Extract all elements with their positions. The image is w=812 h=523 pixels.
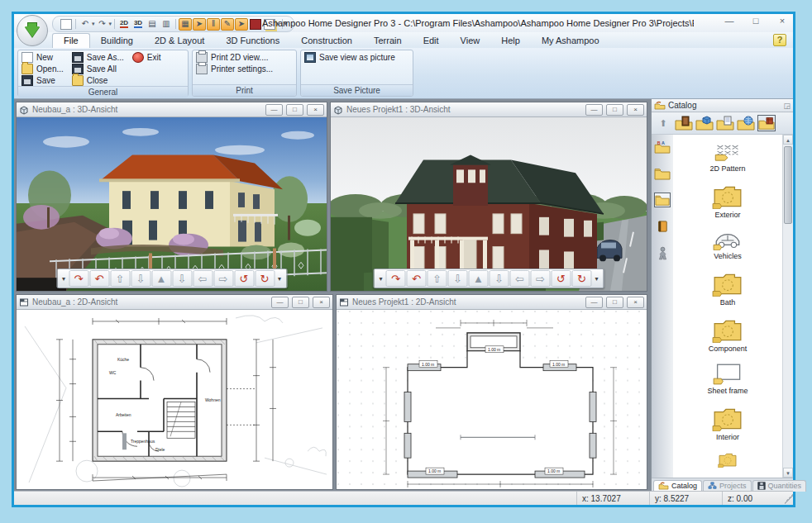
scroll-thumb[interactable]: [784, 146, 792, 224]
tab-help[interactable]: Help: [490, 34, 531, 48]
orbit-left-icon[interactable]: ↺: [552, 270, 571, 287]
nav-dropdown-icon[interactable]: ▾: [377, 271, 385, 286]
scroll-up-icon[interactable]: ▴: [783, 135, 793, 145]
category-person-icon[interactable]: [654, 245, 671, 260]
undo-dropdown-icon[interactable]: ▾: [92, 21, 95, 27]
minimize-button[interactable]: —: [271, 297, 289, 308]
tab-catalog[interactable]: Catalog: [653, 480, 702, 492]
save-view-as-picture-button[interactable]: Save view as picture: [304, 52, 395, 63]
maximize-button[interactable]: □: [286, 104, 303, 116]
catalog-components-icon[interactable]: [757, 115, 776, 131]
catalog-up-icon[interactable]: ⬆: [654, 115, 672, 131]
list-item-partial[interactable]: [712, 451, 743, 468]
minimize-button[interactable]: —: [265, 104, 283, 116]
orbit-right-icon[interactable]: ↻: [255, 270, 275, 287]
move-forward-icon[interactable]: ▲: [151, 270, 171, 287]
child-titlebar[interactable]: Neues Projekt1 : 3D-Ansicht — □ ×: [331, 102, 647, 117]
rotate-right-icon[interactable]: ↷: [386, 270, 406, 287]
viewport-3d[interactable]: ▾ ↷ ↶ ⇧ ⇩ ▲ ⇩ ⇦ ⇨ ↺ ↻ ▾: [331, 117, 647, 291]
rotate-left-icon[interactable]: ↶: [407, 270, 427, 287]
panel-options-icon[interactable]: ◲: [783, 102, 791, 110]
list-item-exterior[interactable]: Exterior: [712, 183, 743, 219]
print-2d-view-button[interactable]: Print 2D view....: [196, 52, 273, 63]
move-left-icon[interactable]: ⇦: [510, 270, 530, 287]
tab-terrain[interactable]: Terrain: [363, 34, 413, 48]
mdi-window-neubau-3d[interactable]: Neubau_a : 3D-Ansicht — □ ×: [16, 102, 327, 292]
orbit-left-icon[interactable]: ↺: [234, 270, 254, 287]
tab-quantities[interactable]: Quantities: [752, 480, 807, 492]
catalog-files-icon[interactable]: [716, 115, 734, 131]
child-titlebar[interactable]: Neubau_a : 3D-Ansicht — □ ×: [17, 102, 327, 117]
catalog-scrollbar[interactable]: ▴ ▾: [782, 135, 793, 478]
move-right-icon[interactable]: ⇨: [531, 270, 551, 287]
new-document-icon[interactable]: [60, 18, 73, 31]
orbit-right-icon[interactable]: ↻: [572, 270, 592, 287]
category-folder-selected-icon[interactable]: [654, 193, 671, 207]
tab-my-ashampoo[interactable]: My Ashampoo: [531, 34, 610, 48]
pointer-tool-icon[interactable]: ➤: [235, 18, 248, 31]
material-icon[interactable]: [249, 18, 262, 31]
close-button[interactable]: ×: [313, 297, 330, 308]
tab-file[interactable]: File: [52, 33, 90, 48]
minimize-button[interactable]: —: [585, 297, 603, 308]
nav-dropdown2-icon[interactable]: ▾: [593, 271, 601, 286]
printer-settings-button[interactable]: Printer settings...: [196, 64, 273, 74]
redo-icon[interactable]: ↷: [96, 18, 109, 31]
tab-projects[interactable]: Projects: [703, 480, 752, 492]
viewport-3d[interactable]: ▾ ↷ ↶ ⇧ ⇩ ▲ ⇩ ⇦ ⇨ ↺ ↻ ▾: [17, 117, 327, 291]
maximize-button[interactable]: □: [748, 16, 763, 26]
save-button[interactable]: Save: [21, 75, 64, 86]
edit-tool-icon[interactable]: ✎: [221, 18, 234, 31]
catalog-doors-icon[interactable]: [675, 115, 693, 131]
category-ba-folder-icon[interactable]: [654, 140, 671, 155]
close-button-ribbon[interactable]: Close: [72, 75, 124, 86]
catalog-header[interactable]: Catalog ◲: [652, 99, 793, 112]
mdi-window-projekt1-3d[interactable]: Neues Projekt1 : 3D-Ansicht — □ ×: [330, 102, 647, 292]
list-item-bath[interactable]: Bath: [712, 270, 743, 307]
texture-tool-icon[interactable]: ▦: [179, 18, 192, 31]
minimize-button[interactable]: —: [722, 16, 737, 26]
category-book-icon[interactable]: [654, 219, 671, 234]
move-back-icon[interactable]: ⇩: [172, 270, 192, 287]
move-down-icon[interactable]: ⇩: [131, 270, 150, 287]
close-button[interactable]: ×: [627, 297, 644, 308]
child-titlebar[interactable]: Neues Projekt1 : 2D-Ansicht — □ ×: [337, 295, 647, 310]
select-spray-tool-icon[interactable]: ➤: [193, 18, 206, 31]
nav-dropdown-icon[interactable]: ▾: [60, 271, 68, 286]
redo-dropdown-icon[interactable]: ▾: [109, 21, 112, 27]
view-2d-icon[interactable]: 2D: [117, 18, 131, 31]
category-folder-icon[interactable]: [654, 166, 671, 181]
catalog-objects-icon[interactable]: [695, 115, 714, 131]
move-back-icon[interactable]: ⇩: [490, 270, 509, 287]
nav-dropdown2-icon[interactable]: ▾: [275, 271, 284, 286]
resize-grip[interactable]: [785, 492, 793, 505]
mdi-window-projekt1-2d[interactable]: Neues Projekt1 : 2D-Ansicht — □ ×: [336, 294, 647, 490]
tab-building[interactable]: Building: [90, 34, 144, 48]
exit-button[interactable]: Exit: [132, 52, 161, 63]
maximize-button[interactable]: □: [606, 297, 623, 308]
column-tool-icon[interactable]: ‖: [207, 18, 220, 31]
save-all-button[interactable]: Save All: [72, 64, 124, 74]
close-button[interactable]: ×: [307, 104, 324, 116]
open-button[interactable]: Open...: [21, 64, 64, 74]
move-left-icon[interactable]: ⇦: [193, 270, 213, 287]
maximize-button[interactable]: □: [292, 297, 309, 308]
tab-edit[interactable]: Edit: [413, 34, 450, 48]
move-down-icon[interactable]: ⇩: [448, 270, 468, 287]
view-3d-icon[interactable]: 3D: [131, 18, 145, 31]
move-right-icon[interactable]: ⇨: [213, 270, 233, 287]
tab-view[interactable]: View: [450, 34, 491, 48]
move-up-icon[interactable]: ⇧: [427, 270, 447, 287]
maximize-button[interactable]: □: [606, 104, 623, 116]
mdi-window-neubau-2d[interactable]: Neubau_a : 2D-Ansicht — □ ×: [16, 294, 333, 490]
close-button[interactable]: ×: [627, 104, 644, 116]
application-menu-button[interactable]: [17, 15, 48, 46]
rotate-right-icon[interactable]: ↷: [69, 270, 88, 287]
list-item-sheet-frame[interactable]: Sheet frame: [707, 363, 748, 395]
list-item-component[interactable]: Component: [709, 316, 748, 353]
close-button[interactable]: ×: [775, 16, 790, 26]
catalog-web-icon[interactable]: [737, 115, 755, 131]
minimize-button[interactable]: —: [585, 104, 603, 116]
help-icon[interactable]: ?: [773, 34, 786, 46]
tab-construction[interactable]: Construction: [290, 34, 363, 48]
